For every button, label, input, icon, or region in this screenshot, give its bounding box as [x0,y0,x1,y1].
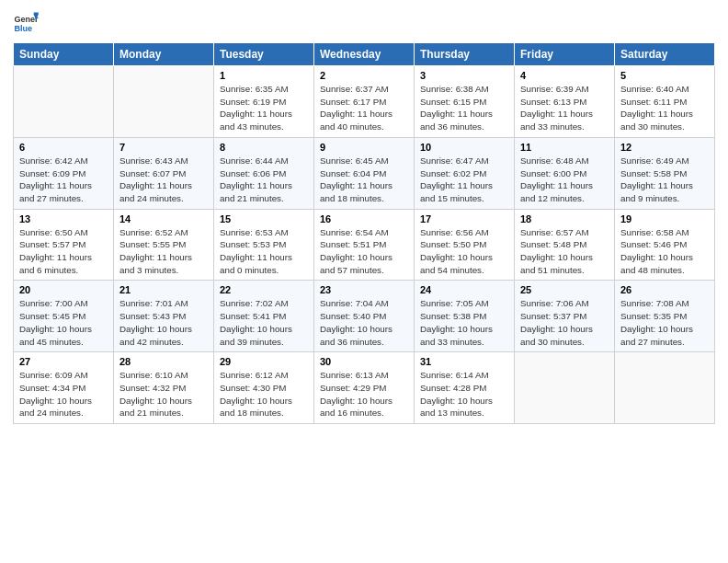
day-number: 25 [520,284,609,295]
calendar-cell: 25Sunrise: 7:06 AM Sunset: 5:37 PM Dayli… [515,281,615,352]
day-info: Sunrise: 7:00 AM Sunset: 5:45 PM Dayligh… [19,297,108,348]
day-info: Sunrise: 7:04 AM Sunset: 5:40 PM Dayligh… [320,297,408,348]
day-number: 3 [420,70,508,81]
day-header-monday: Monday [114,43,214,66]
day-header-saturday: Saturday [615,43,715,66]
calendar-cell: 23Sunrise: 7:04 AM Sunset: 5:40 PM Dayli… [314,281,415,352]
day-info: Sunrise: 7:06 AM Sunset: 5:37 PM Dayligh… [520,297,609,348]
day-number: 10 [420,142,508,153]
day-info: Sunrise: 6:14 AM Sunset: 4:28 PM Dayligh… [420,369,508,419]
day-info: Sunrise: 6:49 AM Sunset: 5:58 PM Dayligh… [620,155,709,205]
day-number: 27 [19,356,108,367]
day-header-friday: Friday [515,43,615,66]
calendar-cell: 26Sunrise: 7:08 AM Sunset: 5:35 PM Dayli… [615,281,715,352]
day-info: Sunrise: 6:43 AM Sunset: 6:07 PM Dayligh… [119,155,208,205]
day-info: Sunrise: 6:56 AM Sunset: 5:50 PM Dayligh… [420,226,508,277]
calendar-cell: 8Sunrise: 6:44 AM Sunset: 6:06 PM Daylig… [214,137,314,209]
day-number: 28 [119,356,208,367]
day-number: 13 [19,213,108,224]
calendar-cell: 16Sunrise: 6:54 AM Sunset: 5:51 PM Dayli… [314,209,415,281]
day-number: 31 [420,356,508,367]
calendar-week-1: 1Sunrise: 6:35 AM Sunset: 6:19 PM Daylig… [14,66,715,138]
day-number: 26 [620,284,709,295]
calendar-cell: 15Sunrise: 6:53 AM Sunset: 5:53 PM Dayli… [214,209,314,281]
day-info: Sunrise: 6:54 AM Sunset: 5:51 PM Dayligh… [320,226,408,277]
day-info: Sunrise: 6:53 AM Sunset: 5:53 PM Dayligh… [220,226,308,277]
calendar-cell: 18Sunrise: 6:57 AM Sunset: 5:48 PM Dayli… [515,209,615,281]
day-number: 11 [520,142,609,153]
day-number: 18 [520,213,609,224]
day-number: 21 [119,284,208,295]
calendar-cell: 31Sunrise: 6:14 AM Sunset: 4:28 PM Dayli… [415,352,515,424]
day-info: Sunrise: 6:37 AM Sunset: 6:17 PM Dayligh… [320,83,408,133]
day-info: Sunrise: 7:08 AM Sunset: 5:35 PM Dayligh… [620,297,709,348]
calendar-cell: 6Sunrise: 6:42 AM Sunset: 6:09 PM Daylig… [14,137,114,209]
day-info: Sunrise: 6:45 AM Sunset: 6:04 PM Dayligh… [320,155,408,205]
calendar-cell: 1Sunrise: 6:35 AM Sunset: 6:19 PM Daylig… [214,66,314,138]
calendar-week-2: 6Sunrise: 6:42 AM Sunset: 6:09 PM Daylig… [14,137,715,209]
calendar-cell: 12Sunrise: 6:49 AM Sunset: 5:58 PM Dayli… [615,137,715,209]
day-info: Sunrise: 6:38 AM Sunset: 6:15 PM Dayligh… [420,83,508,133]
day-number: 1 [220,70,308,81]
day-info: Sunrise: 6:52 AM Sunset: 5:55 PM Dayligh… [119,226,208,277]
calendar-cell [615,352,715,424]
logo: General Blue [13,9,42,35]
day-number: 15 [220,213,308,224]
day-number: 19 [620,213,709,224]
day-number: 17 [420,213,508,224]
day-number: 5 [620,70,709,81]
calendar-cell: 28Sunrise: 6:10 AM Sunset: 4:32 PM Dayli… [114,352,214,424]
calendar-cell: 17Sunrise: 6:56 AM Sunset: 5:50 PM Dayli… [415,209,515,281]
day-number: 29 [220,356,308,367]
header: General Blue [13,9,715,35]
day-header-thursday: Thursday [415,43,515,66]
day-info: Sunrise: 7:01 AM Sunset: 5:43 PM Dayligh… [119,297,208,348]
day-number: 24 [420,284,508,295]
day-number: 30 [320,356,408,367]
calendar-table: SundayMondayTuesdayWednesdayThursdayFrid… [13,42,715,424]
day-header-wednesday: Wednesday [314,43,415,66]
day-number: 8 [220,142,308,153]
calendar-week-3: 13Sunrise: 6:50 AM Sunset: 5:57 PM Dayli… [14,209,715,281]
calendar-cell: 3Sunrise: 6:38 AM Sunset: 6:15 PM Daylig… [415,66,515,138]
day-header-tuesday: Tuesday [214,43,314,66]
day-number: 14 [119,213,208,224]
svg-text:Blue: Blue [14,24,32,33]
day-number: 16 [320,213,408,224]
day-info: Sunrise: 6:42 AM Sunset: 6:09 PM Dayligh… [19,155,108,205]
day-number: 12 [620,142,709,153]
day-header-sunday: Sunday [14,43,114,66]
calendar-cell: 5Sunrise: 6:40 AM Sunset: 6:11 PM Daylig… [615,66,715,138]
calendar-cell: 4Sunrise: 6:39 AM Sunset: 6:13 PM Daylig… [515,66,615,138]
day-info: Sunrise: 6:13 AM Sunset: 4:29 PM Dayligh… [320,369,408,419]
calendar-cell: 19Sunrise: 6:58 AM Sunset: 5:46 PM Dayli… [615,209,715,281]
calendar-cell: 7Sunrise: 6:43 AM Sunset: 6:07 PM Daylig… [114,137,214,209]
calendar-cell: 11Sunrise: 6:48 AM Sunset: 6:00 PM Dayli… [515,137,615,209]
calendar-cell: 2Sunrise: 6:37 AM Sunset: 6:17 PM Daylig… [314,66,415,138]
day-info: Sunrise: 6:12 AM Sunset: 4:30 PM Dayligh… [220,369,308,419]
calendar-cell: 24Sunrise: 7:05 AM Sunset: 5:38 PM Dayli… [415,281,515,352]
calendar-cell: 29Sunrise: 6:12 AM Sunset: 4:30 PM Dayli… [214,352,314,424]
calendar-cell: 10Sunrise: 6:47 AM Sunset: 6:02 PM Dayli… [415,137,515,209]
day-number: 22 [220,284,308,295]
day-number: 9 [320,142,408,153]
day-number: 4 [520,70,609,81]
day-info: Sunrise: 7:02 AM Sunset: 5:41 PM Dayligh… [220,297,308,348]
day-info: Sunrise: 6:10 AM Sunset: 4:32 PM Dayligh… [119,369,208,419]
calendar-cell: 21Sunrise: 7:01 AM Sunset: 5:43 PM Dayli… [114,281,214,352]
calendar-cell: 27Sunrise: 6:09 AM Sunset: 4:34 PM Dayli… [14,352,114,424]
calendar-cell: 20Sunrise: 7:00 AM Sunset: 5:45 PM Dayli… [14,281,114,352]
calendar-cell [515,352,615,424]
day-info: Sunrise: 7:05 AM Sunset: 5:38 PM Dayligh… [420,297,508,348]
calendar-week-4: 20Sunrise: 7:00 AM Sunset: 5:45 PM Dayli… [14,281,715,352]
calendar-cell [114,66,214,138]
main-container: General Blue SundayMondayTuesdayWednesda… [0,0,728,433]
day-info: Sunrise: 6:44 AM Sunset: 6:06 PM Dayligh… [220,155,308,205]
day-number: 6 [19,142,108,153]
day-number: 2 [320,70,408,81]
calendar-cell [14,66,114,138]
day-info: Sunrise: 6:57 AM Sunset: 5:48 PM Dayligh… [520,226,609,277]
calendar-cell: 9Sunrise: 6:45 AM Sunset: 6:04 PM Daylig… [314,137,415,209]
calendar-week-5: 27Sunrise: 6:09 AM Sunset: 4:34 PM Dayli… [14,352,715,424]
calendar-cell: 14Sunrise: 6:52 AM Sunset: 5:55 PM Dayli… [114,209,214,281]
